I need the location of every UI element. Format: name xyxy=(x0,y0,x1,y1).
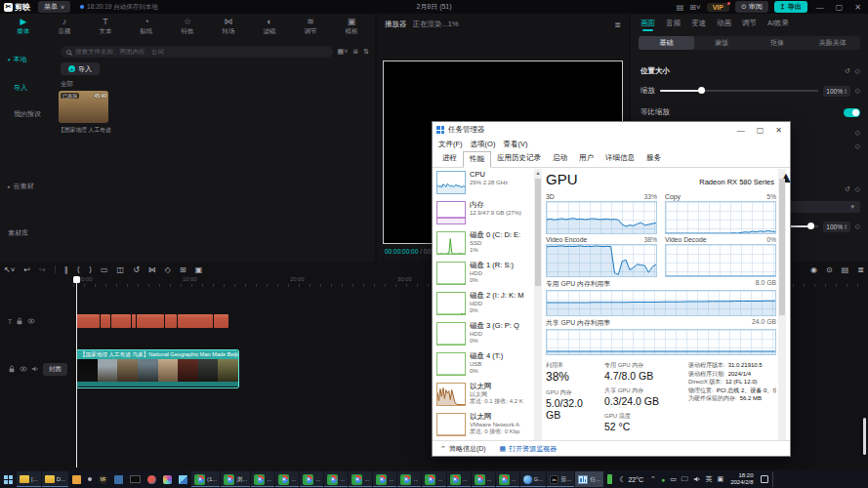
subtab-beauty[interactable]: 美颜美体 xyxy=(805,36,860,50)
taskbar-app-media1[interactable] xyxy=(145,471,159,487)
keyframe-icon[interactable]: ◇ xyxy=(855,142,860,150)
taskbar-chrome-window-12[interactable]: ... xyxy=(472,471,495,487)
fewer-details-button[interactable]: ⌃简略信息(D) xyxy=(440,444,486,454)
keyframe-icon[interactable]: ◇ xyxy=(855,129,860,137)
mute-icon[interactable] xyxy=(31,365,39,373)
taskbar-chrome-window-5[interactable]: ... xyxy=(300,471,323,487)
keyframe-icon[interactable]: ◇ xyxy=(855,67,860,75)
tab-media[interactable]: ▶媒体 xyxy=(4,16,43,37)
lock-icon[interactable] xyxy=(16,317,23,325)
sidebar-item-ethernet2[interactable]: 以太网VMware Network A发送: 0 接收: 0 Kbp xyxy=(436,413,533,436)
taskbar-app-blue[interactable] xyxy=(111,471,126,487)
opacity-value[interactable]: 100%▴▾ xyxy=(823,222,850,232)
sidebar-item-presets[interactable]: 我的预设 xyxy=(14,109,41,119)
keyframe-icon[interactable]: ◇ xyxy=(855,223,860,230)
sort-icon[interactable]: ≣ xyxy=(352,48,358,56)
video-clip[interactable]: 【国家地理 人工奇迹 鸟巢】National Geographic Man Ma… xyxy=(76,349,239,388)
minimize-button[interactable]: — xyxy=(813,3,827,12)
tab-details[interactable]: 详细信息 xyxy=(599,151,641,167)
reset-icon[interactable]: ↺ xyxy=(845,67,850,75)
sidebar-item-cloud[interactable]: ▸云素材 xyxy=(8,182,34,191)
taskbar-chrome-window-4[interactable]: ... xyxy=(275,471,299,487)
taskbar-chrome-window-2[interactable]: 浏... xyxy=(221,471,250,487)
sidebar-item-library[interactable]: 素材库 xyxy=(8,228,28,238)
taskbar-chrome-window-9[interactable]: ... xyxy=(397,471,421,487)
open-resource-monitor-link[interactable]: ▦打开资源监视器 xyxy=(500,444,558,454)
sidebar-item-cpu[interactable]: CPU29% 2.28 GHz xyxy=(436,171,533,194)
rotate-icon[interactable]: ◇ xyxy=(165,265,171,274)
tab-users[interactable]: 用户 xyxy=(573,151,599,167)
menu-options[interactable]: 选项(O) xyxy=(471,140,496,149)
gpu-panel-scrollbar[interactable]: ▲ xyxy=(778,169,786,440)
taskbar-folder-1[interactable]: [... xyxy=(17,471,41,487)
export-button[interactable]: ↥ 导出 xyxy=(774,1,807,13)
redo-icon[interactable]: ↪ xyxy=(39,265,46,274)
taskbar-chrome-window-1[interactable]: (1... xyxy=(191,471,220,487)
tab-animation[interactable]: 动画 xyxy=(717,19,731,28)
taskbar-capcut[interactable]: ✂剪... xyxy=(547,471,574,487)
taskbar-weather[interactable]: ☾22°C xyxy=(616,471,646,487)
taskbar-chrome-window-13[interactable]: ... xyxy=(496,471,519,487)
sidebar-scrollbar[interactable]: ▲ xyxy=(534,169,542,440)
keyframe-icon[interactable]: ◇ xyxy=(855,87,860,95)
tab-ai-effects[interactable]: AI效果 xyxy=(767,19,789,28)
subtab-mask[interactable]: 蒙版 xyxy=(694,36,750,50)
menu-file[interactable]: 文件(F) xyxy=(438,140,463,149)
tab-processes[interactable]: 进程 xyxy=(436,151,463,167)
taskman-titlebar[interactable]: 任务管理器 — ▢ ✕ xyxy=(433,122,790,138)
subtab-cutout[interactable]: 抠像 xyxy=(750,36,806,50)
eye-icon[interactable] xyxy=(27,317,35,325)
media-clip-thumbnail[interactable]: 已添加 45:49 xyxy=(59,91,108,123)
tab-template[interactable]: ▣模板 xyxy=(332,16,371,37)
taskbar-app-terminal[interactable] xyxy=(127,471,144,487)
reset-icon[interactable]: ↺ xyxy=(845,185,850,193)
tab-filter[interactable]: ◐滤镜 xyxy=(250,16,289,37)
sidebar-item-disk2[interactable]: 磁盘 2 (I: J: K: MHDD0% xyxy=(436,292,533,315)
scroll-up-icon[interactable]: ▲ xyxy=(534,169,542,177)
uniform-scale-toggle[interactable] xyxy=(844,108,860,117)
taskbar-app-notes[interactable] xyxy=(69,471,84,487)
layout-icon[interactable]: ▤ xyxy=(677,3,684,12)
taskbar-battery[interactable] xyxy=(604,471,615,487)
tab-effects[interactable]: ☆特效 xyxy=(168,16,207,37)
tab-speed[interactable]: 变速 xyxy=(691,19,706,28)
taskbar-browser-g[interactable]: G... xyxy=(520,471,547,487)
playhead-handle[interactable] xyxy=(73,276,80,283)
select-tool-icon[interactable]: ↖˅ xyxy=(4,265,15,274)
menu-view[interactable]: 查看(V) xyxy=(503,140,527,149)
tab-audio[interactable]: ♪音频 xyxy=(45,16,84,37)
tray-network-icon[interactable]: 🖵 xyxy=(682,475,688,483)
search-input[interactable]: 搜索文件名称、画面内容、台词 xyxy=(61,46,333,58)
workspace-icon[interactable]: ⊞˅ xyxy=(689,3,700,12)
split-icon[interactable]: ∥ xyxy=(64,265,68,274)
tab-performance[interactable]: 性能 xyxy=(463,151,491,168)
taskbar-app-media2[interactable] xyxy=(160,471,175,487)
link-icon[interactable]: ⊙ xyxy=(826,265,833,274)
close-button[interactable]: ✕ xyxy=(775,126,782,135)
cover-button[interactable]: 封面 xyxy=(43,363,67,376)
player-menu-icon[interactable]: ≣ xyxy=(614,20,621,29)
taskbar-chrome-window-11[interactable]: ... xyxy=(447,471,471,487)
import-button[interactable]: + 导入 xyxy=(61,62,100,75)
mirror-icon[interactable]: ⋈ xyxy=(148,265,156,274)
language-indicator[interactable]: 英 xyxy=(706,474,713,484)
maximize-button[interactable]: ▢ xyxy=(757,126,765,135)
sidebar-item-disk1[interactable]: 磁盘 1 (R: S:)HDD0% xyxy=(436,262,533,285)
tab-services[interactable]: 服务 xyxy=(641,151,667,167)
taskbar-chrome-window-10[interactable]: ... xyxy=(422,471,445,487)
sidebar-item-disk3[interactable]: 磁盘 3 (G: P: QHDD0% xyxy=(436,322,533,346)
playhead[interactable] xyxy=(76,276,77,468)
vip-badge[interactable]: VIP xyxy=(707,3,729,12)
magnet-icon[interactable]: ◉ xyxy=(810,265,817,274)
minimize-button[interactable]: — xyxy=(737,126,745,135)
volume-icon[interactable] xyxy=(693,475,701,483)
taskbar-chrome-window-8[interactable]: ... xyxy=(373,471,396,487)
preview-axis-icon[interactable]: ▤ xyxy=(842,265,849,274)
ime-icon[interactable]: ▣ xyxy=(718,475,724,483)
tray-green-icon[interactable]: ● xyxy=(661,476,665,483)
taskbar-chrome-window-6[interactable]: ... xyxy=(324,471,348,487)
keyframe-icon[interactable]: ◇ xyxy=(855,185,860,193)
timeline-settings-icon[interactable]: ≣ xyxy=(857,265,864,274)
scale-value[interactable]: 100%▴▾ xyxy=(823,86,850,97)
taskbar-chrome-window-7[interactable]: ... xyxy=(349,471,372,487)
